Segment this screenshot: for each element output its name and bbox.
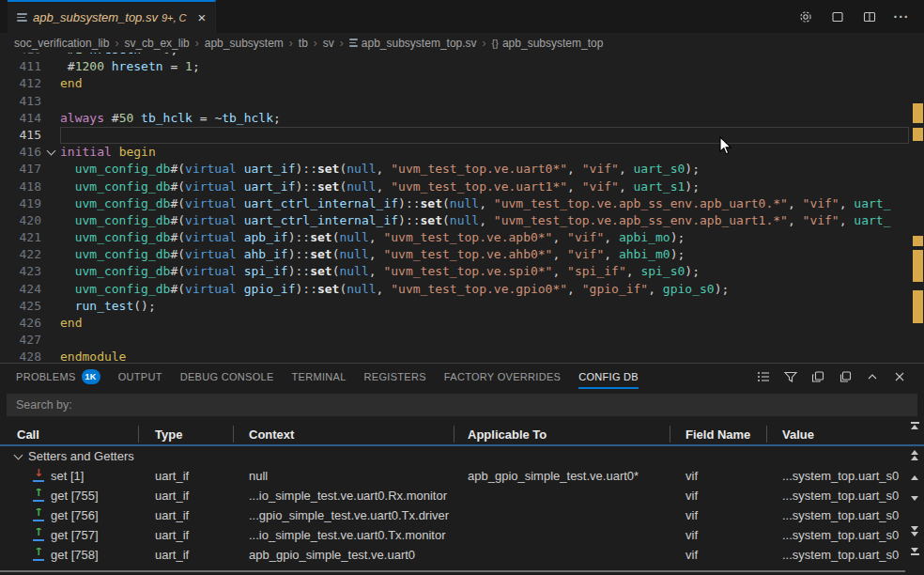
tab-apb-subsystem-top[interactable]: apb_subsystem_top.sv 9+, C × <box>8 0 216 33</box>
scroll-to-top-button[interactable] <box>909 422 920 429</box>
more-button[interactable]: ··· <box>892 8 911 26</box>
table-row[interactable]: ↑get [757]uart_if...io_simple_test.ve.ua… <box>0 525 924 545</box>
close-tab-icon[interactable]: × <box>198 10 207 24</box>
line-number: 414 <box>0 110 41 127</box>
fold-column <box>41 229 60 246</box>
overview-ruler[interactable] <box>909 53 924 363</box>
line-number: 428 <box>0 349 41 363</box>
call-label: get [757] <box>51 528 99 542</box>
breadcrumb-item[interactable]: soc_verification_lib <box>14 37 109 50</box>
filter-button[interactable] <box>781 367 800 386</box>
code-line[interactable]: 422 uvm_config_db#(virtual ahb_if)::set(… <box>0 246 909 263</box>
scroll-to-bottom-button[interactable] <box>909 548 920 555</box>
cell-field-name: vif <box>670 548 766 562</box>
table-horizontal-scrollbar[interactable] <box>0 570 905 572</box>
cell-call: ↑get [756] <box>0 508 138 522</box>
row-up-button[interactable] <box>909 475 920 480</box>
cell-type: uart_if <box>138 508 233 522</box>
cell-call: ↑get [757] <box>0 528 138 542</box>
panel-tab-config-db[interactable]: CONFIG DB <box>578 364 639 390</box>
column-header-applicable-to[interactable]: Applicable To <box>454 422 670 446</box>
line-number: 421 <box>0 229 41 246</box>
fold-column <box>41 58 60 75</box>
page-down-button[interactable] <box>909 526 920 536</box>
column-header-value[interactable]: Value <box>766 422 924 446</box>
line-number: 424 <box>0 281 41 298</box>
panel-tab-label: REGISTERS <box>364 371 426 382</box>
breadcrumb-file[interactable]: apb_subsystem_top.sv <box>349 37 477 50</box>
duplicate-panel-button[interactable] <box>836 367 855 386</box>
warning-marker <box>913 290 923 323</box>
breadcrumb-item[interactable]: tb <box>299 37 308 50</box>
code-line[interactable]: 427 <box>0 332 909 349</box>
set-icon: ↓ <box>32 470 45 482</box>
get-icon: ↑ <box>32 490 45 502</box>
panel-tab-problems[interactable]: PROBLEMS1K <box>16 364 100 390</box>
code-line[interactable]: 424 uvm_config_db#(virtual gpio_if)::set… <box>0 281 909 298</box>
table-row[interactable]: ↑get [756]uart_if...gpio_simple_test.ve.… <box>0 505 924 525</box>
panel-tab-terminal[interactable]: TERMINAL <box>292 364 346 390</box>
fold-column <box>41 93 60 110</box>
code-line[interactable]: 415 <box>0 127 909 144</box>
fold-column <box>41 127 60 144</box>
breadcrumb-item[interactable]: apb_subsystem <box>205 37 284 50</box>
code-line[interactable]: 417 uvm_config_db#(virtual uart_if)::set… <box>0 161 909 178</box>
tab-decoration: 9+, C <box>162 12 187 23</box>
cell-call: ↓set [1] <box>0 469 138 483</box>
close-panel-button[interactable] <box>890 367 909 386</box>
panel-tab-registers[interactable]: REGISTERS <box>364 364 426 390</box>
code-line[interactable]: 416initial begin <box>0 144 909 161</box>
code-line[interactable]: 425 run_test(); <box>0 298 909 315</box>
collapse-panel-button[interactable] <box>863 367 882 386</box>
code-line[interactable]: 423 uvm_config_db#(virtual spi_if)::set(… <box>0 263 909 280</box>
panel-tab-factory-overrides[interactable]: FACTORY OVERRIDES <box>444 364 561 390</box>
page-up-button[interactable] <box>909 450 920 460</box>
code-line[interactable]: 419 uvm_config_db#(virtual uart_ctrl_int… <box>0 195 909 212</box>
cell-value: ...system_top.uart_s0 <box>766 469 924 483</box>
open-in-editor-icon <box>810 369 825 384</box>
code-line[interactable]: 421 uvm_config_db#(virtual apb_if)::set(… <box>0 229 909 246</box>
code-line[interactable]: 412end <box>0 75 909 92</box>
search-input[interactable] <box>7 398 917 412</box>
code-line[interactable]: 413 <box>0 93 909 110</box>
table-row[interactable]: ↓set [1]uart_ifnullapb_gpio_simple_test.… <box>0 466 924 486</box>
braces-icon: {} <box>492 38 499 49</box>
panel-tab-debug-console[interactable]: DEBUG CONSOLE <box>180 364 274 390</box>
warning-marker <box>913 128 923 141</box>
fold-column <box>41 110 60 127</box>
code-line[interactable]: 426end <box>0 315 909 332</box>
table-row[interactable]: ↑get [758]uart_ifapb_gpio_simple_test.ve… <box>0 545 924 565</box>
column-header-call[interactable]: Call <box>0 422 138 446</box>
group-row-setters-and-getters[interactable]: Setters and Getters <box>0 446 924 466</box>
code-line[interactable]: 411 #1200 hresetn = 1; <box>0 58 909 75</box>
column-header-field-name[interactable]: Field Name <box>670 422 766 446</box>
panel-tab-output[interactable]: OUTPUT <box>118 364 162 390</box>
code-line[interactable]: 414always #50 tb_hclk = ~tb_hclk; <box>0 110 909 127</box>
code-line[interactable]: 428endmodule <box>0 349 909 363</box>
breadcrumb-item[interactable]: sv <box>323 37 334 50</box>
column-header-context[interactable]: Context <box>233 422 454 446</box>
fold-column <box>41 315 60 332</box>
code-line[interactable]: 420 uvm_config_db#(virtual uart_ctrl_int… <box>0 212 909 229</box>
fold-column <box>41 281 60 298</box>
split-editor-button[interactable] <box>860 8 879 26</box>
warning-marker <box>913 103 923 123</box>
breadcrumb-symbol[interactable]: {}apb_subsystem_top <box>492 37 604 50</box>
code-line[interactable]: 418 uvm_config_db#(virtual uart_if)::set… <box>0 179 909 195</box>
layout-button[interactable] <box>828 8 847 26</box>
chevron-down-icon[interactable] <box>46 147 55 156</box>
breadcrumb-item[interactable]: sv_cb_ex_lib <box>124 37 189 50</box>
split-editor-icon <box>862 9 877 24</box>
settings-gear-button[interactable] <box>796 8 815 26</box>
code-editor[interactable]: 410 #1 hresetn = 0;411 #1200 hresetn = 1… <box>0 53 909 363</box>
row-down-button[interactable] <box>909 496 920 501</box>
collapse-panel-icon <box>865 369 880 384</box>
line-number: 427 <box>0 332 41 349</box>
cell-applicable-to: apb_gpio_simple_test.ve.uart0* <box>454 469 670 483</box>
editor-actions: ··· <box>796 0 924 33</box>
open-in-editor-button[interactable] <box>808 367 827 386</box>
table-row[interactable]: ↑get [755]uart_if...io_simple_test.ve.ua… <box>0 486 924 505</box>
breadcrumb-separator: › <box>312 37 319 50</box>
column-header-type[interactable]: Type <box>138 422 233 446</box>
list-button[interactable] <box>754 367 773 386</box>
